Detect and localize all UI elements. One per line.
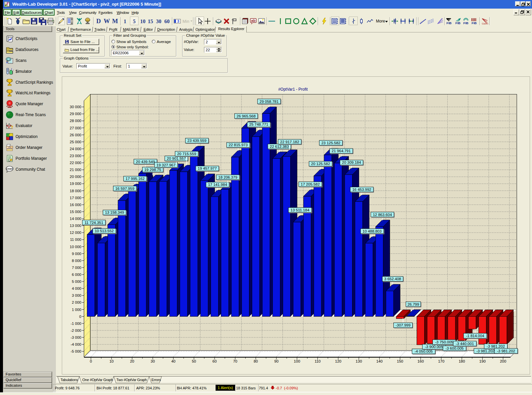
svg-text:-2 000: -2 000 [70, 329, 81, 332]
svg-text:29 058.781: 29 058.781 [260, 100, 279, 104]
svg-text:10: 10 [109, 359, 114, 363]
svg-text:-1 814.004: -1 814.004 [466, 334, 485, 338]
svg-text:180: 180 [459, 359, 465, 363]
svg-text:190: 190 [479, 359, 486, 363]
svg-text:11 724.351: 11 724.351 [85, 221, 103, 225]
svg-text:100: 100 [294, 359, 300, 363]
svg-text:23 125.582: 23 125.582 [321, 141, 341, 145]
svg-text:13 158.349: 13 158.349 [105, 210, 124, 214]
svg-text:50: 50 [192, 359, 196, 363]
svg-text:170: 170 [438, 359, 444, 363]
svg-text:0: 0 [90, 359, 92, 363]
svg-text:7 000: 7 000 [72, 266, 81, 270]
svg-text:11 000: 11 000 [70, 238, 81, 241]
svg-text:20: 20 [130, 359, 134, 363]
svg-text:8 000: 8 000 [72, 259, 81, 263]
svg-text:3 652.408: 3 652.408 [384, 277, 401, 281]
svg-text:26 000: 26 000 [70, 133, 81, 137]
svg-text:-3 981.202: -3 981.202 [497, 349, 515, 353]
svg-text:200: 200 [500, 359, 506, 363]
svg-text:20 125.582: 20 125.582 [311, 162, 330, 166]
svg-text:21 964.791: 21 964.791 [332, 149, 351, 153]
svg-text:-1 000: -1 000 [70, 322, 81, 326]
svg-text:28 000: 28 000 [70, 119, 81, 123]
svg-text:60: 60 [213, 359, 217, 363]
svg-text:70: 70 [233, 359, 237, 363]
svg-text:-3 440.001: -3 440.001 [456, 342, 474, 346]
svg-text:16 453.992: 16 453.992 [352, 188, 371, 192]
svg-text:14 000: 14 000 [70, 217, 81, 221]
svg-text:20 000: 20 000 [70, 175, 81, 179]
svg-text:90: 90 [274, 359, 279, 363]
svg-text:130: 130 [356, 359, 362, 363]
svg-text:23 000: 23 000 [70, 154, 81, 158]
svg-text:26 965.568: 26 965.568 [237, 114, 256, 118]
svg-text:19 457.977: 19 457.977 [198, 166, 217, 170]
svg-text:29 000: 29 000 [70, 112, 81, 116]
svg-text:6 000: 6 000 [72, 273, 81, 277]
svg-text:140: 140 [376, 359, 383, 363]
svg-text:4 000: 4 000 [72, 286, 81, 290]
svg-text:-3 900.005: -3 900.005 [425, 345, 443, 349]
svg-text:80: 80 [254, 359, 258, 363]
svg-text:-3 750.005: -3 750.005 [435, 340, 453, 344]
svg-text:-3 981.202: -3 981.202 [476, 349, 495, 353]
svg-text:17 205.582: 17 205.582 [301, 182, 320, 186]
svg-text:-5 000: -5 000 [70, 349, 81, 353]
svg-text:18 206.379: 18 206.379 [218, 175, 237, 179]
svg-text:10 513.552: 10 513.552 [95, 229, 114, 233]
svg-text:20 715.559: 20 715.559 [177, 152, 196, 156]
svg-text:1 000: 1 000 [72, 308, 81, 312]
svg-text:27 000: 27 000 [70, 126, 81, 130]
svg-text:17 995.162: 17 995.162 [126, 177, 145, 181]
svg-text:12 000: 12 000 [70, 231, 81, 235]
svg-text:#OptVar1 - Profit: #OptVar1 - Profit [278, 87, 308, 92]
svg-text:-3 981.202: -3 981.202 [487, 344, 505, 348]
svg-text:24 000: 24 000 [70, 147, 81, 151]
svg-text:110: 110 [314, 359, 320, 363]
svg-text:26.799: 26.799 [407, 302, 419, 306]
svg-text:18 000: 18 000 [70, 189, 81, 193]
svg-text:22 612.383: 22 612.383 [270, 145, 289, 149]
svg-text:21 000: 21 000 [70, 168, 81, 172]
svg-text:12 863.604: 12 863.604 [373, 213, 392, 217]
svg-text:-4 000: -4 000 [70, 342, 81, 346]
svg-text:30: 30 [151, 359, 155, 363]
svg-text:19 327.967: 19 327.967 [156, 163, 176, 167]
svg-text:16 597.959: 16 597.959 [115, 187, 135, 191]
svg-text:2 000: 2 000 [72, 300, 81, 304]
svg-text:19 298.75: 19 298.75 [144, 168, 161, 172]
svg-text:3 000: 3 000 [72, 293, 81, 297]
svg-text:20 901.557: 20 901.557 [167, 156, 186, 160]
svg-text:20 439.549: 20 439.549 [136, 160, 155, 164]
svg-text:-307.999: -307.999 [395, 323, 410, 327]
svg-text:25 748.771: 25 748.771 [249, 122, 268, 126]
svg-text:160: 160 [418, 359, 424, 363]
svg-text:-3 600.005: -3 600.005 [445, 346, 464, 350]
svg-text:13 511.184: 13 511.184 [291, 208, 309, 212]
svg-text:-4 050.005: -4 050.005 [415, 349, 433, 353]
svg-text:22 917.182: 22 917.182 [280, 140, 299, 144]
svg-text:19 000: 19 000 [70, 182, 81, 186]
svg-text:10 488.803: 10 488.803 [363, 229, 382, 233]
svg-text:17 141.984: 17 141.984 [208, 183, 227, 187]
svg-text:20 309.184: 20 309.184 [342, 160, 361, 164]
svg-text:13 000: 13 000 [70, 224, 81, 228]
svg-text:16 000: 16 000 [70, 203, 81, 207]
svg-text:15 000: 15 000 [70, 210, 81, 214]
svg-text:120: 120 [335, 359, 341, 363]
svg-text:25 000: 25 000 [70, 140, 81, 144]
svg-text:-3 000: -3 000 [70, 335, 81, 339]
svg-text:22 815.973: 22 815.973 [229, 143, 248, 147]
svg-text:22 000: 22 000 [70, 161, 81, 165]
svg-text:30 000: 30 000 [70, 105, 81, 109]
svg-text:0: 0 [79, 315, 81, 319]
svg-text:5 000: 5 000 [72, 280, 81, 284]
svg-text:9 000: 9 000 [72, 252, 81, 256]
svg-text:17 000: 17 000 [70, 196, 81, 200]
svg-text:40: 40 [171, 359, 176, 363]
svg-text:150: 150 [397, 359, 403, 363]
svg-text:23 439.559: 23 439.559 [187, 139, 207, 143]
svg-text:10 000: 10 000 [70, 245, 81, 249]
